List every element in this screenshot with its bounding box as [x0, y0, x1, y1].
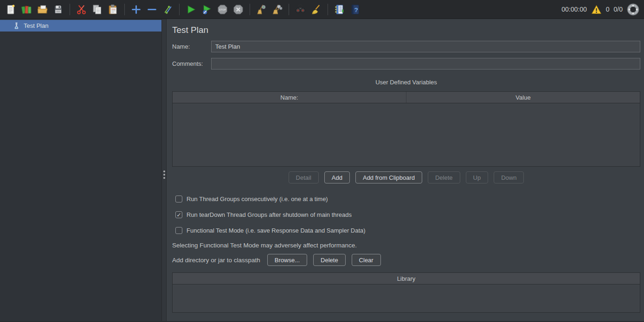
- warning-triangle-icon[interactable]: [591, 5, 602, 14]
- teardown-option: ✓ Run tearDown Thread Groups after shutd…: [175, 211, 640, 218]
- function-helper-icon[interactable]: [332, 2, 347, 17]
- toggle-icon[interactable]: [161, 2, 175, 17]
- jmeter-window: STOP ? 00:00:00: [0, 0, 644, 322]
- up-button[interactable]: Up: [466, 171, 489, 183]
- tree-item-label: Test Plan: [24, 22, 48, 29]
- help-icon[interactable]: ?: [348, 2, 362, 17]
- run-consecutive-option: Run Thread Groups consecutively (i.e. on…: [175, 196, 640, 202]
- toolbar-separator: [328, 4, 328, 15]
- elapsed-timer: 00:00:00: [561, 6, 587, 13]
- splitter-grip-icon: [163, 170, 165, 172]
- log-warning-count: 0: [606, 6, 610, 13]
- start-icon[interactable]: [184, 2, 198, 17]
- udv-buttons: Detail Add Add from Clipboard Delete Up …: [172, 171, 640, 183]
- paste-icon[interactable]: [106, 2, 120, 17]
- comments-label: Comments:: [172, 60, 211, 67]
- functional-mode-option: Functional Test Mode (i.e. save Response…: [175, 227, 640, 234]
- classpath-controls: Add directory or jar to classpath Browse…: [172, 254, 640, 266]
- teardown-checkbox[interactable]: ✓: [175, 211, 182, 218]
- down-button[interactable]: Down: [494, 171, 524, 183]
- run-consecutive-label: Run Thread Groups consecutively (i.e. on…: [187, 196, 328, 202]
- delete-row-button[interactable]: Delete: [428, 171, 460, 183]
- panel-splitter[interactable]: [161, 19, 167, 321]
- toolbar-separator: [250, 4, 250, 15]
- library-table-body[interactable]: [173, 284, 640, 312]
- udv-table-header: Name: Value: [173, 92, 640, 103]
- functional-mode-note: Selecting Functional Test Mode may adver…: [172, 242, 640, 249]
- delete-jar-button[interactable]: Delete: [313, 254, 346, 266]
- classpath-label: Add directory or jar to classpath: [172, 257, 260, 264]
- udv-table-body[interactable]: [173, 103, 640, 166]
- functional-mode-checkbox[interactable]: [175, 227, 182, 234]
- toolbar-separator: [289, 4, 289, 15]
- run-consecutive-checkbox[interactable]: [175, 196, 182, 202]
- library-column-header[interactable]: Library: [173, 273, 640, 284]
- toolbar-separator: [70, 4, 70, 15]
- expand-all-icon[interactable]: [129, 2, 143, 17]
- comments-input[interactable]: [211, 58, 640, 69]
- toolbar-separator: [124, 4, 125, 15]
- browse-button[interactable]: Browse...: [267, 254, 307, 266]
- add-button[interactable]: Add: [324, 171, 350, 183]
- tree-item-test-plan[interactable]: Test Plan: [0, 20, 161, 32]
- library-table: Library: [172, 272, 640, 313]
- udv-column-name[interactable]: Name:: [173, 92, 406, 103]
- name-label: Name:: [172, 43, 211, 50]
- name-input[interactable]: [211, 41, 640, 52]
- collapse-all-icon[interactable]: [145, 2, 159, 17]
- copy-icon[interactable]: [90, 2, 104, 17]
- udv-table: Name: Value: [172, 91, 640, 167]
- templates-icon[interactable]: [19, 2, 34, 17]
- test-plan-tree: Test Plan: [0, 19, 161, 321]
- cut-icon[interactable]: [74, 2, 89, 17]
- clear-all-icon[interactable]: [270, 2, 284, 17]
- svg-text:?: ?: [354, 6, 358, 13]
- run-options: Run Thread Groups consecutively (i.e. on…: [172, 196, 640, 234]
- content-area: Test Plan Test Plan Name: Comments: User…: [0, 19, 644, 321]
- test-plan-panel: Test Plan Name: Comments: User Defined V…: [167, 19, 644, 321]
- search-icon[interactable]: [293, 2, 308, 17]
- shutdown-icon[interactable]: [231, 2, 245, 17]
- add-from-clipboard-button[interactable]: Add from Clipboard: [355, 171, 422, 183]
- lifebuoy-icon: [627, 3, 639, 16]
- start-no-timers-icon[interactable]: [200, 2, 214, 17]
- clear-icon[interactable]: [254, 2, 269, 17]
- reset-search-icon[interactable]: [309, 2, 323, 17]
- toolbar-status: 00:00:00 0 0/0: [561, 3, 640, 16]
- save-icon[interactable]: [51, 2, 65, 17]
- page-title: Test Plan: [172, 25, 640, 35]
- teardown-label: Run tearDown Thread Groups after shutdow…: [187, 211, 352, 218]
- open-file-icon[interactable]: [35, 2, 50, 17]
- library-table-header: Library: [173, 273, 640, 284]
- svg-text:STOP: STOP: [219, 8, 226, 11]
- toolbar-separator: [179, 4, 180, 15]
- active-thread-count: 0/0: [614, 6, 623, 13]
- new-file-icon[interactable]: [4, 2, 18, 17]
- detail-button[interactable]: Detail: [289, 171, 319, 183]
- stop-icon[interactable]: STOP: [215, 2, 230, 17]
- udv-title: User Defined Variables: [172, 79, 640, 86]
- clear-jars-button[interactable]: Clear: [352, 254, 381, 266]
- checkmark: ✓: [176, 212, 181, 218]
- test-plan-flask-icon: [13, 22, 20, 29]
- functional-mode-label: Functional Test Mode (i.e. save Response…: [187, 227, 366, 234]
- toolbar: STOP ? 00:00:00: [0, 0, 644, 19]
- udv-column-value[interactable]: Value: [406, 92, 640, 103]
